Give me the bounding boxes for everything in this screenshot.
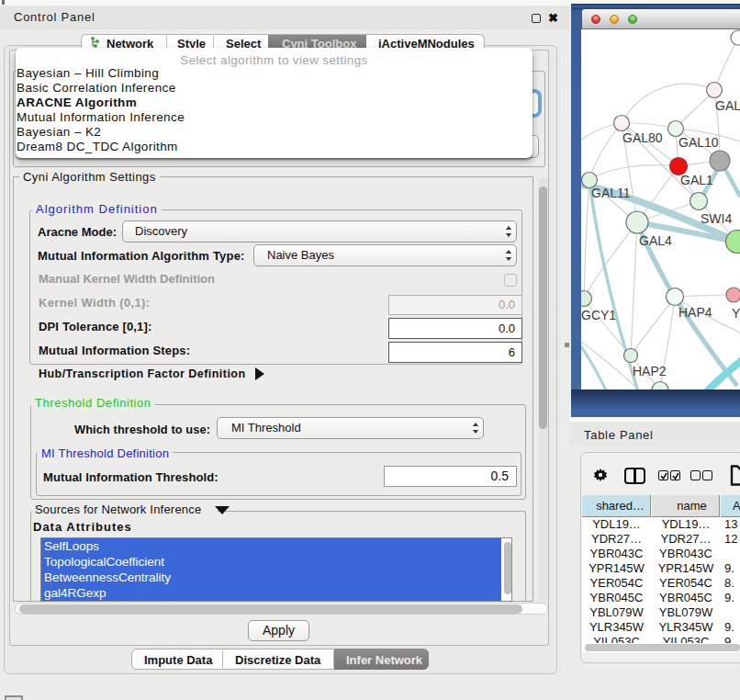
svg-text:GAL11: GAL11	[591, 186, 631, 200]
svg-text:YM: YM	[732, 306, 740, 321]
svg-text:GAL4: GAL4	[639, 233, 672, 248]
svg-text:GAL7: GAL7	[715, 98, 740, 113]
svg-text:SWI4: SWI4	[701, 211, 732, 226]
svg-text:GAL1: GAL1	[680, 173, 713, 187]
svg-text:HAP4: HAP4	[678, 305, 712, 320]
svg-text:GAL80: GAL80	[622, 130, 663, 145]
svg-text:HAP2: HAP2	[633, 364, 667, 378]
svg-text:GCY1: GCY1	[581, 308, 616, 322]
svg-text:GAL10: GAL10	[678, 135, 719, 150]
